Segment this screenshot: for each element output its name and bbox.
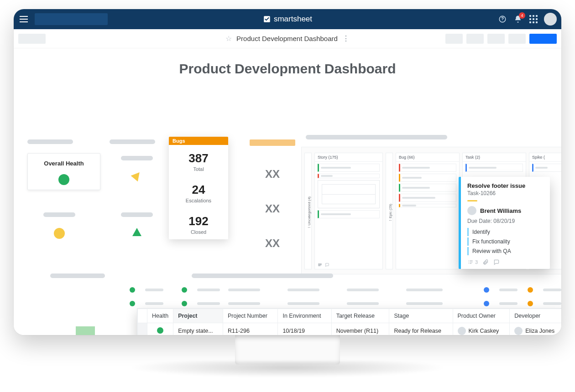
task-assignee: Brent Williams: [467, 206, 544, 215]
placeholder-metrics: XX XX XX: [247, 139, 298, 261]
comment-icon[interactable]: [493, 259, 500, 265]
task-popover[interactable]: Resolve footer issue Task-10266 Brent Wi…: [459, 177, 550, 269]
metric-xx-2: XX: [265, 202, 280, 215]
subtask[interactable]: Fix functionality: [467, 237, 544, 246]
health-dot-green: [58, 174, 69, 185]
page-title: Product Development Dashboard: [14, 61, 561, 77]
svg-rect-3: [319, 264, 322, 264]
breadcrumb-bar: ☆ Product Development Dashboard ⋮: [14, 29, 561, 48]
board-card[interactable]: [465, 164, 523, 172]
bugs-closed-value: 192: [171, 214, 226, 228]
bugs-total-label: Total: [171, 166, 226, 172]
monitor-stand: [235, 335, 340, 365]
topbar: smartsheet 4: [14, 9, 561, 29]
help-icon[interactable]: [497, 14, 507, 24]
notification-badge: 4: [519, 12, 525, 19]
svg-point-2: [502, 21, 502, 21]
col-project-number[interactable]: Project Number: [223, 309, 277, 323]
cell-project[interactable]: Empty state...: [173, 323, 223, 335]
board-card[interactable]: [318, 174, 380, 178]
board-card[interactable]: [318, 180, 380, 208]
avatar: [458, 327, 466, 335]
status-dot-yellow-icon: [54, 228, 65, 239]
favorite-icon[interactable]: ☆: [225, 34, 232, 43]
lane-story[interactable]: Story (175): [314, 153, 383, 269]
col-product-owner[interactable]: Product Owner: [453, 309, 510, 323]
primary-action-button[interactable]: [529, 34, 557, 44]
more-icon[interactable]: ⋮: [342, 35, 350, 42]
row-handle[interactable]: [138, 309, 147, 323]
col-health[interactable]: Health: [147, 309, 173, 323]
toolbar-placeholder: [508, 34, 526, 44]
brand-text: smartsheet: [274, 15, 312, 24]
table-header-row: Health Project Project Number In Environ…: [138, 309, 562, 323]
toolbar-placeholder: [445, 34, 463, 44]
sheet-row-placeholder: [128, 285, 561, 294]
health-dot-green-icon: [157, 327, 163, 334]
dashboard-canvas: Product Development Dashboard Overall He…: [14, 48, 561, 335]
col-stage[interactable]: Stage: [389, 309, 453, 323]
search-input[interactable]: [35, 13, 108, 25]
notifications-icon[interactable]: 4: [513, 14, 523, 24]
board-card[interactable]: [399, 164, 456, 172]
bugs-card[interactable]: Bugs 387 Total 24 Escalations 192 Closed: [169, 137, 228, 239]
overall-health-label: Overall Health: [33, 160, 94, 167]
cell-target-release[interactable]: November (R11): [331, 323, 389, 335]
toolbar-placeholder: [487, 34, 505, 44]
trend-arrow-up-green-icon: [132, 228, 141, 236]
lane-bug[interactable]: Bug (66): [396, 153, 460, 269]
health-widgets: Overall Health: [27, 153, 164, 263]
board-card[interactable]: [399, 174, 456, 182]
bugs-escalations-label: Escalations: [171, 198, 226, 203]
sheet-row-popup[interactable]: Health Project Project Number In Environ…: [137, 308, 561, 335]
metric-xx-3: XX: [265, 237, 280, 250]
sheet-row-placeholder: [128, 299, 561, 308]
board-card[interactable]: [399, 194, 456, 202]
lane-epic[interactable]: Epic (29) ↕: [386, 153, 393, 269]
avatar: [467, 206, 476, 215]
svg-rect-4: [319, 265, 322, 265]
board-title-placeholder: [306, 135, 447, 139]
metric-xx-1: XX: [265, 168, 280, 181]
bugs-escalations-value: 24: [171, 183, 226, 197]
breadcrumb-left-placeholder: [18, 34, 46, 44]
cell-project-number[interactable]: R11-296: [223, 323, 277, 335]
avatar[interactable]: [544, 13, 557, 26]
overall-health-card[interactable]: Overall Health: [27, 153, 100, 190]
card-footer-icons: [318, 263, 329, 267]
attachment-icon[interactable]: [482, 259, 489, 265]
board-card[interactable]: [318, 164, 380, 172]
row-handle[interactable]: [138, 323, 147, 335]
col-target-release[interactable]: Target Release: [331, 309, 389, 323]
col-developer[interactable]: Developer: [510, 309, 561, 323]
board-card[interactable]: [399, 184, 456, 192]
task-title: Resolve footer issue: [467, 182, 544, 189]
avatar: [514, 327, 523, 335]
board-card[interactable]: [399, 204, 456, 207]
brand-logo: smartsheet: [263, 15, 312, 24]
board-card[interactable]: [318, 210, 380, 218]
board-card[interactable]: [532, 164, 561, 172]
svg-rect-5: [319, 266, 320, 266]
apps-icon[interactable]: [528, 14, 538, 24]
lane-uncategorized[interactable]: Uncategorized (4) ↕: [304, 153, 312, 269]
task-due-date: Due Date: 08/20/19: [467, 218, 544, 224]
main-menu-button[interactable]: [18, 14, 29, 25]
checklist-icon: [467, 259, 474, 265]
logo-icon: [263, 15, 271, 23]
cell-stage[interactable]: Ready for Release: [389, 323, 453, 335]
task-footer: 3: [467, 259, 544, 265]
col-environment[interactable]: In Environment: [278, 309, 331, 323]
app-window: smartsheet 4 ☆ Product Deve: [14, 9, 561, 335]
table-row[interactable]: Empty state... R11-296 10/18/19 November…: [138, 323, 562, 335]
bugs-card-title: Bugs: [169, 137, 228, 145]
cell-environment[interactable]: 10/18/19: [278, 323, 331, 335]
col-project[interactable]: Project: [173, 309, 223, 323]
subtask[interactable]: Review with QA: [467, 247, 544, 255]
cell-product-owner[interactable]: Kirk Caskey: [453, 323, 510, 335]
toolbar-placeholder: [466, 34, 484, 44]
bugs-closed-label: Closed: [171, 229, 226, 235]
trend-arrow-up-yellow-icon: [131, 170, 143, 182]
subtask[interactable]: Identify: [467, 228, 544, 236]
cell-developer[interactable]: Eliza Jones: [510, 323, 561, 335]
